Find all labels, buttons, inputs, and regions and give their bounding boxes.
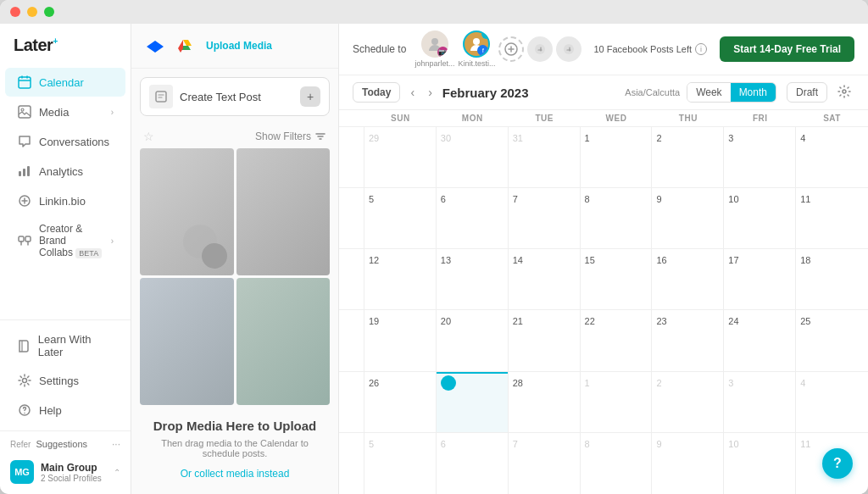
minimize-button[interactable] <box>27 7 37 17</box>
drop-title: Drop Media Here to Upload <box>148 419 321 433</box>
trial-button[interactable]: Start 14-Day Free Trial <box>720 36 854 62</box>
draft-button[interactable]: Draft <box>787 82 827 103</box>
more-options-icon[interactable]: ··· <box>112 438 120 450</box>
star-icon[interactable]: ☆ <box>143 130 154 143</box>
google-drive-icon[interactable] <box>174 34 198 58</box>
calendar-day[interactable]: 4 <box>796 372 868 432</box>
view-toggle: Week Month <box>687 82 776 103</box>
svg-point-9 <box>23 379 27 383</box>
calendar-day[interactable]: 5 <box>364 433 437 494</box>
calendar-day[interactable]: 26 <box>364 372 437 432</box>
sidebar-item-label: Help <box>39 404 62 417</box>
calendar-day[interactable]: 19 <box>364 310 437 370</box>
add-twitter-account-button[interactable] <box>527 36 553 62</box>
add-icon[interactable]: + <box>300 86 320 107</box>
create-text-post-label: Create Text Post <box>180 91 293 103</box>
sidebar-item-help[interactable]: Help <box>5 396 125 425</box>
prev-month-button[interactable]: ‹ <box>407 84 418 101</box>
next-month-button[interactable]: › <box>425 84 436 101</box>
calendar-day[interactable]: 8 <box>581 433 653 494</box>
calendar-day[interactable]: 10 <box>724 188 796 248</box>
calendar-day[interactable]: 30 <box>437 127 509 187</box>
calendar-week-row: 12 13 14 15 16 17 18 <box>339 249 868 310</box>
calendar-day[interactable]: 24 <box>724 310 796 370</box>
calendar-day[interactable]: 31 <box>509 127 581 187</box>
show-filters-button[interactable]: Show Filters <box>255 130 326 142</box>
calendar-day[interactable]: 23 <box>652 310 724 370</box>
calendar-day[interactable]: 8 <box>581 188 653 248</box>
sidebar-item-learn[interactable]: Learn With Later <box>5 326 125 365</box>
upload-media-button[interactable]: Upload Media <box>206 40 272 52</box>
conversations-icon <box>17 134 32 149</box>
week-number <box>339 372 364 432</box>
week-view-button[interactable]: Week <box>687 83 730 102</box>
calendar-day[interactable]: 13 <box>437 249 509 309</box>
svg-rect-5 <box>27 166 30 176</box>
book-icon <box>17 338 31 353</box>
add-linkedin-account-button[interactable] <box>556 36 581 62</box>
calendar-day[interactable]: 6 <box>437 188 509 248</box>
media-item[interactable] <box>236 278 331 405</box>
calendar-day[interactable]: 6 <box>437 433 509 494</box>
calendar-area: Schedule to 📷 johnparlet... <box>339 24 868 494</box>
social-account-johnparle[interactable]: 📷 <box>421 31 448 58</box>
sidebar-item-media[interactable]: Media › <box>5 97 125 126</box>
calendar-day[interactable]: 1 <box>581 127 653 187</box>
calendar-day[interactable]: 2 <box>652 127 724 187</box>
calendar-day[interactable]: 18 <box>796 249 868 309</box>
calendar-week-row: 5 6 7 8 9 10 11 <box>339 188 868 249</box>
calendar-day[interactable]: 4 <box>796 127 868 187</box>
social-account-kinit[interactable]: f ✓ <box>463 31 490 58</box>
media-item[interactable] <box>236 148 331 275</box>
calendar-day[interactable]: 12 <box>364 249 437 309</box>
help-fab-button[interactable]: ? <box>822 448 853 479</box>
calendar-day[interactable]: 14 <box>509 249 581 309</box>
calendar-day[interactable]: 25 <box>796 310 868 370</box>
text-post-icon <box>149 85 173 108</box>
calendar-day[interactable]: 5 <box>364 188 437 248</box>
calendar-day[interactable]: 3 <box>724 372 796 432</box>
sidebar-item-linkinbio[interactable]: Linkin.bio <box>5 186 125 215</box>
calendar-day[interactable]: 15 <box>581 249 653 309</box>
workspace-selector[interactable]: MG Main Group 2 Social Profiles ⌃ <box>0 453 131 491</box>
calendar-day[interactable]: 9 <box>652 188 724 248</box>
calendar-day[interactable]: 21 <box>509 310 581 370</box>
calendar-day[interactable]: 28 <box>509 372 581 432</box>
add-account-button[interactable] <box>498 36 524 62</box>
calendar-day-today[interactable]: 27 <box>437 372 509 432</box>
info-icon[interactable]: i <box>695 43 707 55</box>
create-text-post-button[interactable]: Create Text Post + <box>140 77 330 116</box>
calendar-day[interactable]: 17 <box>724 249 796 309</box>
sidebar-item-analytics[interactable]: Analytics <box>5 157 125 186</box>
sidebar-item-label: Learn With Later <box>38 333 114 358</box>
calendar-day[interactable]: 7 <box>509 188 581 248</box>
gear-icon <box>17 373 32 388</box>
month-view-button[interactable]: Month <box>731 83 776 102</box>
maximize-button[interactable] <box>44 7 54 17</box>
sidebar-item-creator[interactable]: Creator & BrandCollabs BETA › <box>5 216 125 265</box>
day-name-mon: MON <box>437 110 509 126</box>
close-button[interactable] <box>10 7 20 17</box>
collect-media-link[interactable]: Or collect media instead <box>181 468 290 480</box>
media-item[interactable] <box>140 148 234 275</box>
calendar-day[interactable]: 7 <box>509 433 581 494</box>
calendar-day[interactable]: 1 <box>581 372 653 432</box>
calendar-day[interactable]: 3 <box>724 127 796 187</box>
chevron-right-icon: › <box>111 236 114 246</box>
calendar-day[interactable]: 9 <box>652 433 724 494</box>
calendar-day[interactable]: 10 <box>724 433 796 494</box>
calendar-day[interactable]: 16 <box>652 249 724 309</box>
sidebar-item-conversations[interactable]: Conversations <box>5 127 125 156</box>
media-item[interactable] <box>140 278 234 405</box>
calendar-settings-button[interactable] <box>834 83 854 103</box>
calendar-day[interactable]: 11 <box>796 188 868 248</box>
calendar-day[interactable]: 29 <box>364 127 437 187</box>
dropbox-icon[interactable] <box>143 34 167 58</box>
sidebar-item-settings[interactable]: Settings <box>5 366 125 395</box>
sidebar-item-calendar[interactable]: Calendar <box>5 68 125 97</box>
calendar-day[interactable]: 22 <box>581 310 653 370</box>
today-button[interactable]: Today <box>353 82 400 103</box>
workspace-avatar: MG <box>10 460 34 484</box>
calendar-day[interactable]: 20 <box>437 310 509 370</box>
calendar-day[interactable]: 2 <box>652 372 724 432</box>
